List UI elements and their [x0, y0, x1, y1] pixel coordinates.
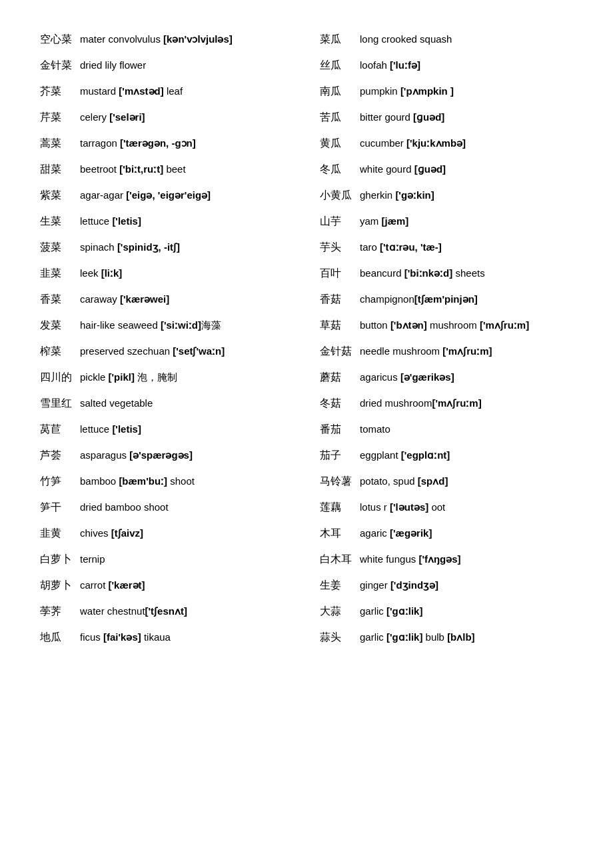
right-column: 菜瓜long crooked squash丝瓜loofah ['luːfə]南瓜… [320, 27, 573, 651]
vocab-row-left-23: 地瓜ficus [fai'kəs] tikaua [40, 625, 293, 651]
english-definition: mater convolvulus [kən'vɔlvjuləs] [80, 33, 293, 45]
english-definition: white gourd [ɡuəd] [360, 163, 573, 175]
chinese-term: 大蒜 [320, 605, 354, 619]
english-definition: bamboo [bæm'buː] shoot [80, 475, 293, 487]
chinese-term: 莲藕 [320, 501, 354, 515]
vocab-row-right-3: 苦瓜bitter gourd [ɡuəd] [320, 105, 573, 131]
chinese-term: 香菇 [320, 293, 354, 307]
chinese-term: 紫菜 [40, 189, 75, 203]
vocab-row-left-3: 芹菜celery ['seləri] [40, 105, 293, 131]
english-definition: ternip [80, 553, 293, 565]
english-definition: garlic ['gɑːlik] [360, 605, 573, 617]
chinese-term: 小黄瓜 [320, 189, 354, 203]
chinese-term: 蒜头 [320, 631, 354, 645]
vocab-row-right-6: 小黄瓜 gherkin ['gəːkin] [320, 183, 573, 209]
chinese-term: 冬菇 [320, 397, 354, 411]
english-definition: salted vegetable [80, 397, 293, 409]
vocab-row-left-10: 香菜caraway ['kærəwei] [40, 287, 293, 313]
english-definition: champignon[tʃæm'pinjən] [360, 293, 573, 305]
chinese-term: 冬瓜 [320, 163, 354, 177]
vocab-row-left-12: 榨菜preserved szechuan ['setʃ'waːn] [40, 339, 293, 365]
english-definition: white fungus ['fʌŋgəs] [360, 553, 573, 565]
chinese-term: 金针菇 [320, 345, 354, 359]
english-definition: lotus r ['ləutəs] oot [360, 501, 573, 513]
chinese-term: 芋头 [320, 241, 354, 255]
chinese-term: 韭菜 [40, 267, 75, 281]
english-definition: lettuce ['letis] [80, 423, 293, 435]
chinese-term: 番茄 [320, 423, 354, 437]
vocab-row-left-14: 雪里红salted vegetable [40, 391, 293, 417]
english-definition: button ['bʌtən] mushroom ['mʌʃruːm] [360, 319, 573, 331]
vocab-row-right-15: 番茄tomato [320, 417, 573, 443]
english-definition: dried bamboo shoot [80, 501, 293, 513]
english-definition: cucumber ['kjuːkʌmbə] [360, 137, 573, 149]
english-definition: beetroot ['biːt,ruːt] beet [80, 163, 293, 175]
english-definition: eggplant ['egplɑːnt] [360, 449, 573, 461]
vocab-row-right-5: 冬瓜white gourd [ɡuəd] [320, 157, 573, 183]
english-definition: dried lily flower [80, 59, 293, 71]
vocab-row-right-9: 百叶beancurd ['biːnkəːd] sheets [320, 261, 573, 287]
vocab-row-right-20: 白木耳 white fungus ['fʌŋgəs] [320, 547, 573, 573]
english-definition: spinach ['spinidʒ, -itʃ] [80, 241, 293, 253]
vocab-row-left-19: 韭黄chives [tʃaivz] [40, 521, 293, 547]
vocab-row-left-0: 空心菜mater convolvulus [kən'vɔlvjuləs] [40, 27, 293, 53]
vocab-row-left-2: 芥菜mustard ['mʌstəd] leaf [40, 79, 293, 105]
vocab-row-right-19: 木耳agaric ['ægərik] [320, 521, 573, 547]
english-definition: asparagus [ə'spærəgəs] [80, 449, 293, 461]
chinese-term: 丝瓜 [320, 59, 354, 73]
chinese-term: 甜菜 [40, 163, 75, 177]
chinese-term: 韭黄 [40, 527, 75, 541]
vocab-row-left-7: 生菜lettuce ['letis] [40, 209, 293, 235]
english-definition: bitter gourd [ɡuəd] [360, 111, 573, 123]
english-definition: loofah ['luːfə] [360, 59, 573, 71]
chinese-term: 苦瓜 [320, 111, 354, 125]
vocab-row-left-13: 四川的pickle ['pikl] 泡，腌制 [40, 365, 293, 391]
vocab-row-left-21: 胡萝卜carrot ['kærət] [40, 573, 293, 599]
vocab-row-right-8: 芋头taro ['tɑːrəu, 'tæ-] [320, 235, 573, 261]
vocab-row-right-22: 大蒜garlic ['gɑːlik] [320, 599, 573, 625]
english-definition: lettuce ['letis] [80, 215, 293, 227]
english-definition: water chestnut['tʃesnʌt] [80, 605, 293, 617]
chinese-term: 生菜 [40, 215, 75, 229]
chinese-term: 榨菜 [40, 345, 75, 359]
english-definition: ginger ['dʒindʒə] [360, 579, 573, 591]
chinese-term: 菜瓜 [320, 33, 354, 47]
english-definition: taro ['tɑːrəu, 'tæ-] [360, 241, 573, 253]
chinese-term: 南瓜 [320, 85, 354, 99]
vocab-row-right-7: 山芋yam [jæm] [320, 209, 573, 235]
vocab-row-right-17: 马铃薯 potato, spud [spʌd] [320, 469, 573, 495]
english-definition: carrot ['kærət] [80, 579, 293, 591]
chinese-term: 莴苣 [40, 423, 75, 437]
english-definition: agaric ['ægərik] [360, 527, 573, 539]
chinese-term: 荸荠 [40, 605, 75, 619]
english-definition: chives [tʃaivz] [80, 527, 293, 539]
vocab-row-right-21: 生姜ginger ['dʒindʒə] [320, 573, 573, 599]
vocab-row-right-1: 丝瓜loofah ['luːfə] [320, 53, 573, 79]
chinese-term: 蘑菇 [320, 371, 354, 385]
english-definition: agar-agar ['eigə, 'eigər'eigə] [80, 189, 293, 201]
english-definition: tomato [360, 423, 573, 435]
vocab-row-left-15: 莴苣lettuce ['letis] [40, 417, 293, 443]
vocab-row-left-17: 竹笋bamboo [bæm'buː] shoot [40, 469, 293, 495]
vocab-row-left-5: 甜菜beetroot ['biːt,ruːt] beet [40, 157, 293, 183]
vocab-row-right-18: 莲藕lotus r ['ləutəs] oot [320, 495, 573, 521]
chinese-term: 地瓜 [40, 631, 75, 645]
vocab-row-left-11: 发菜hair-like seaweed ['siːwiːd]海藻 [40, 313, 293, 339]
english-definition: caraway ['kærəwei] [80, 293, 293, 305]
chinese-term: 芹菜 [40, 111, 75, 125]
vocab-row-right-12: 金针菇 needle mushroom ['mʌʃruːm] [320, 339, 573, 365]
chinese-term: 草菇 [320, 319, 354, 333]
english-definition: beancurd ['biːnkəːd] sheets [360, 267, 573, 279]
chinese-term: 雪里红 [40, 397, 75, 411]
vocab-row-right-4: 黄瓜cucumber ['kjuːkʌmbə] [320, 131, 573, 157]
chinese-term: 竹笋 [40, 475, 75, 489]
chinese-term: 马铃薯 [320, 475, 354, 489]
chinese-term: 四川的 [40, 371, 75, 385]
english-definition: long crooked squash [360, 33, 573, 45]
chinese-term: 菠菜 [40, 241, 75, 255]
vocab-row-right-2: 南瓜pumpkin ['pʌmpkin ] [320, 79, 573, 105]
english-definition: preserved szechuan ['setʃ'waːn] [80, 345, 293, 357]
vocab-row-right-13: 蘑菇agaricus [ə'gærikəs] [320, 365, 573, 391]
chinese-term: 蒿菜 [40, 137, 75, 151]
vocab-row-left-20: 白萝卜ternip [40, 547, 293, 573]
